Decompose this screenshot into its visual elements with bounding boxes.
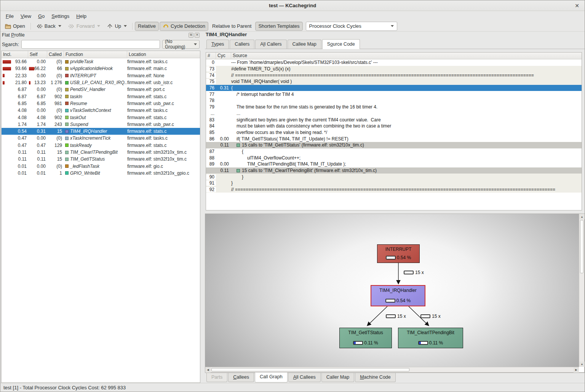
window-titlebar[interactable]: test — KCachegrind ✕ [0, 0, 585, 11]
tab-source-code[interactable]: Source Code [322, 39, 360, 49]
table-row[interactable]: 0.11 0.11 15 TIM_ClearITPendingBit firmw… [2, 149, 200, 156]
source-line[interactable]: 77/* Interrupt handler for TIM 4 [206, 91, 582, 97]
table-row[interactable]: 4.08 0.00 (0) vTaskSwitchContext firmwar… [2, 107, 200, 114]
source-line[interactable]: 90} [206, 174, 582, 180]
source-call-line[interactable]: 0.1115 calls to 'TIM_GetITStatus' (firmw… [206, 142, 582, 148]
table-row[interactable]: 0.47 0.00 (0) xTaskIncrementTick firmwar… [2, 135, 200, 142]
menu-file[interactable]: File [3, 12, 17, 20]
shorten-templates-toggle[interactable]: Shorten Templates [255, 22, 302, 31]
scroll-right-icon[interactable]: ▶ [574, 367, 579, 373]
function-icon [65, 81, 69, 84]
scrollbar-thumb[interactable] [211, 368, 409, 371]
col-header-location[interactable]: Location [127, 51, 200, 58]
search-input[interactable] [21, 40, 160, 49]
table-row[interactable]: 93.66 0.00 (0) prvIdleTask firmware.elf:… [2, 58, 200, 65]
call-graph-canvas[interactable]: INTERRUPT 0.54 % TIM4_IRQHandler 0.54 % … [205, 214, 579, 367]
table-row[interactable]: 1.74 1.74 243 Suspend firmware.elf: usb_… [2, 121, 200, 128]
cost-meter-icon [386, 314, 396, 318]
toolbar-separator [132, 23, 133, 30]
source-call-line[interactable]: 0.1115 calls to 'TIM_ClearITPendingBit' … [206, 167, 582, 174]
col-header-source[interactable]: Source [231, 53, 582, 59]
splitter-handle[interactable] [205, 210, 585, 214]
graph-node-tim-getitstatus[interactable]: TIM_GetITStatus 0.11 % [339, 328, 392, 348]
event-type-select[interactable]: Processor Clock Cycles [306, 22, 397, 31]
source-line[interactable]: 87{ [206, 148, 582, 155]
col-header-called[interactable]: Called [47, 51, 64, 58]
menu-settings[interactable]: Settings [48, 12, 72, 20]
tab-call-graph[interactable]: Call Graph [255, 373, 288, 382]
source-line[interactable]: 92// ===================================… [206, 186, 582, 193]
source-code-view: # Cyc Source 0--- From '/home/dmarples/D… [206, 52, 582, 210]
table-row[interactable]: 6.87 0.00 (0) PendSV_Handler firmware.el… [2, 86, 200, 93]
tab-caller-map[interactable]: Caller Map [321, 373, 354, 382]
col-header-self[interactable]: Self [28, 51, 47, 58]
tab-types[interactable]: Types [206, 40, 229, 49]
menu-view[interactable]: View [18, 12, 34, 20]
col-header-function[interactable]: Function [64, 51, 127, 58]
table-row[interactable]: 0.01 0.01 1 GPIO_WriteBit firmware.elf: … [2, 170, 200, 177]
relative-toggle[interactable]: Relative [135, 22, 159, 31]
table-row[interactable]: 0.01 0.00 (0) _ledFlashTask firmware.elf… [2, 163, 200, 169]
forward-button[interactable]: Forward [65, 22, 104, 31]
tab-callee-map[interactable]: Callee Map [288, 40, 321, 49]
graph-node-tim-clearitpendingbit[interactable]: TIM_ClearITPendingBit 0.11 % [398, 328, 463, 348]
grouping-select[interactable]: (No Grouping) [162, 40, 200, 49]
scroll-left-icon[interactable]: ◀ [205, 367, 211, 373]
forward-dropdown-arrow[interactable] [97, 25, 100, 27]
source-line[interactable]: 78 [206, 97, 582, 104]
source-line[interactable]: 85overflow occurs as the value is being … [206, 129, 582, 136]
up-button[interactable]: Up [104, 22, 130, 31]
relative-to-parent-toggle[interactable]: Relative to Parent [209, 22, 254, 31]
dock-title: Flat Profile [2, 32, 25, 38]
table-row[interactable]: 22.33 0.00 (0) INTERRUPT firmware.elf: N… [2, 72, 200, 79]
source-line[interactable]: 91} [206, 180, 582, 186]
source-line[interactable]: 73#define TIMER_TO_uS(x) (x) [206, 66, 582, 72]
table-row[interactable]: 4.08 4.08 902 taskOut firmware.elf: stat… [2, 114, 200, 121]
horizontal-scrollbar[interactable]: ◀ ▶ [205, 367, 579, 372]
open-button[interactable]: Open [2, 22, 28, 31]
table-row-selected[interactable]: 0.54 0.31 15 TIM4_IRQHandler firmware.el… [2, 128, 200, 135]
menu-help[interactable]: Help [73, 12, 90, 20]
table-row[interactable]: 93.66 66.22 66 vApplicationIdleHook firm… [2, 65, 200, 72]
col-header-incl[interactable]: Incl. [2, 51, 28, 58]
tab-callees[interactable]: Callees [228, 373, 254, 382]
edge-label: 15 x [420, 314, 441, 319]
table-row[interactable]: 0.11 0.11 15 TIM_GetITStatus firmware.el… [2, 156, 200, 163]
dock-close-button[interactable]: ✕ [195, 33, 200, 38]
scroll-up-icon[interactable]: ▲ [579, 214, 585, 219]
source-line[interactable]: 860.00if( TIM_GetITStatus( TIM4, TIM_IT_… [206, 135, 582, 142]
tab-callers[interactable]: Callers [230, 40, 254, 49]
source-line[interactable]: 74// ===================================… [206, 72, 582, 78]
graph-node-tim4-irqhandler[interactable]: TIM4_IRQHandler 0.54 % [371, 285, 425, 306]
source-line[interactable]: 79The time base for the run time stats i… [206, 104, 582, 110]
table-row[interactable]: 21.80 13.23 1 276 USB_LP_CAN1_RX0_IRQ...… [2, 79, 200, 86]
back-dropdown-arrow[interactable] [58, 25, 61, 27]
tab-all-callees[interactable]: All Callees [288, 373, 321, 382]
tab-machine-code[interactable]: Machine Code [355, 373, 396, 382]
table-row[interactable]: 6.87 6.87 902 taskIn firmware.elf: stats… [2, 93, 200, 100]
scrollbar-thumb[interactable] [580, 220, 583, 273]
back-button[interactable]: Back [33, 22, 64, 31]
window-close-button[interactable]: ✕ [573, 2, 581, 10]
col-header-line[interactable]: # [206, 53, 216, 59]
tab-all-callers[interactable]: All Callers [255, 40, 286, 49]
source-line[interactable]: ...... [206, 110, 582, 117]
up-dropdown-arrow[interactable] [124, 25, 127, 27]
source-line[interactable]: 83significant two bytes are given by the… [206, 116, 582, 123]
source-line[interactable]: 0--- From '/home/dmarples/Develop/Skels/… [206, 59, 582, 66]
dock-float-button[interactable]: ⧉ [189, 33, 193, 38]
menu-go[interactable]: Go [35, 12, 48, 20]
table-row[interactable]: 6.85 6.85 981 Resume firmware.elf: usb_p… [2, 100, 200, 107]
cycle-detection-toggle[interactable]: Cycle Detection [160, 22, 208, 31]
graph-node-interrupt[interactable]: INTERRUPT 0.54 % [377, 244, 420, 263]
source-line[interactable]: 75void TIM4_IRQHandler( void ) [206, 78, 582, 85]
source-line[interactable]: 84must be taken with data consistency wh… [206, 123, 582, 129]
scroll-down-icon[interactable]: ▼ [579, 362, 585, 367]
source-line[interactable]: 890.00TIM_ClearITPendingBit( TIM4, TIM_I… [206, 161, 582, 167]
source-line[interactable]: 88ulTIM4_OverflowCount++; [206, 155, 582, 161]
vertical-scrollbar[interactable]: ▲ ▼ [579, 214, 584, 367]
col-header-cyc[interactable]: Cyc [216, 53, 231, 59]
table-row[interactable]: 0.47 0.47 129 taskReady firmware.elf: st… [2, 142, 200, 149]
source-line-selected[interactable]: 760.31{ [206, 85, 582, 91]
function-icon [65, 130, 69, 133]
